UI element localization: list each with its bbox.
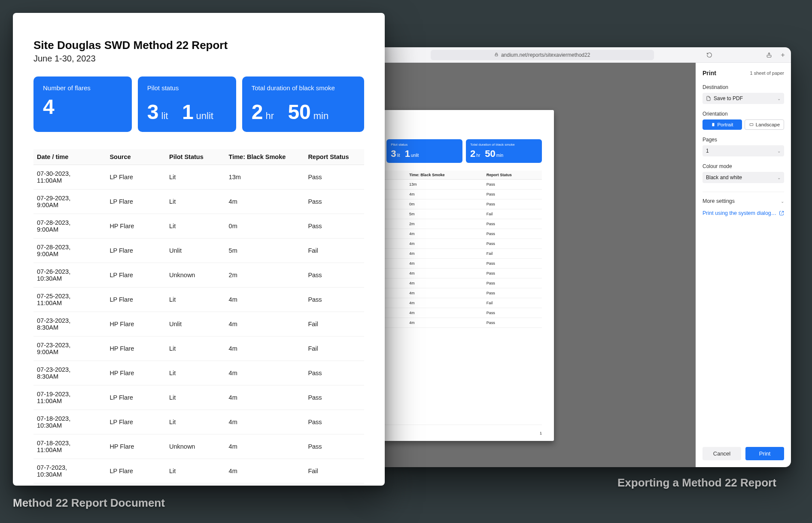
cell-pilot: Lit <box>166 165 225 190</box>
table-row: 07-7-2023,10:30AMLP FlareLit4mFail <box>33 459 364 483</box>
table-row: 07-28-2023,9:00AMLP FlareUnlit5mFail <box>33 239 364 263</box>
cell-status: Pass <box>304 361 364 385</box>
orientation-portrait-label: Portrait <box>717 122 733 127</box>
pv-smoke-min: 50 <box>485 148 495 159</box>
cell-status: Pass <box>304 410 364 434</box>
cell-status: Pass <box>485 239 542 249</box>
reload-icon[interactable] <box>706 51 713 59</box>
print-button[interactable]: Print <box>745 447 784 460</box>
preview-table: urce Pilot Status Time: Black Smoke Repo… <box>378 171 542 328</box>
cancel-button[interactable]: Cancel <box>703 447 741 460</box>
cell-smoke: 0m <box>408 199 485 209</box>
print-heading: Print <box>703 70 716 76</box>
cell-source: LP Flare <box>106 410 166 434</box>
stat-pilot-label: Pilot status <box>147 84 227 92</box>
pv-smoke-min-u: min <box>496 153 503 158</box>
cell-pilot: Lit <box>166 410 225 434</box>
cell-status: Pass <box>304 483 364 486</box>
pv-col-status: Report Status <box>485 171 542 180</box>
chevron-down-icon: ⌄ <box>777 149 781 153</box>
table-row: FlareLit4mPass <box>378 259 542 269</box>
pv-stat-pilot: Pilot status 3lit 1unlit <box>386 139 462 163</box>
more-settings[interactable]: More settings ⌄ <box>703 198 784 204</box>
col-pilot: Pilot Status <box>166 149 225 165</box>
report-title: Site Douglas SWD Method 22 Report <box>33 39 364 52</box>
cell-source: HP Flare <box>106 214 166 239</box>
cell-smoke: 4m <box>408 190 485 199</box>
stat-smoke: Total duration of black smoke 2 hr 50 mi… <box>242 76 364 132</box>
print-preview-area: Method 22 Report June 1-30, 2023 Pilot s… <box>378 63 696 467</box>
table-row: FlareLit4mFail <box>378 249 542 259</box>
preview-footer: od 22 Report 1 <box>378 425 542 441</box>
pages-select[interactable]: 1 ⌄ <box>703 145 784 156</box>
cell-smoke: 4m <box>408 269 485 278</box>
svg-rect-2 <box>712 123 715 126</box>
print-panel: Print 1 sheet of paper Destination Save … <box>696 63 791 467</box>
cell-pilot: Lit <box>166 361 225 385</box>
stat-smoke-hr-unit: hr <box>265 110 274 122</box>
destination-label: Destination <box>703 84 784 90</box>
orientation-label: Orientation <box>703 111 784 117</box>
table-row: 07-23-2023,8:30AMHP FlareUnlit4mFail <box>33 312 364 336</box>
table-row: FlareUnlit4mPass <box>378 308 542 318</box>
table-row: 07-29-2023,9:00AMLP FlareLit4mPass <box>33 190 364 214</box>
cell-smoke: 4m <box>408 259 485 269</box>
cell-smoke: 4m <box>408 308 485 318</box>
cell-datetime: 07-18-2023,10:30AM <box>33 410 106 434</box>
cell-pilot: Unknown <box>166 263 225 287</box>
stat-pilot-lit-value: 3 <box>147 102 159 122</box>
share-icon[interactable] <box>765 51 773 59</box>
orientation-landscape[interactable]: Landscape <box>745 119 784 130</box>
cell-pilot: Lit <box>166 483 225 486</box>
report-table: Date / time Source Pilot Status Time: Bl… <box>33 149 364 486</box>
cell-source: HP Flare <box>106 483 166 486</box>
pv-pilot-lit-u: lit <box>397 153 400 158</box>
cell-datetime: 07-23-2023,8:30AM <box>33 361 106 385</box>
pv-smoke-label: Total duration of black smoke <box>470 143 538 147</box>
cell-smoke: 4m <box>225 336 305 361</box>
cell-status: Pass <box>485 190 542 199</box>
cell-datetime: 07-3-2023,11:00AM <box>33 483 106 486</box>
system-dialog-label: Print using the system dialog… <box>703 210 776 216</box>
address-bar[interactable]: andium.net/reports/sitexaviermethod22 <box>431 50 654 60</box>
cell-smoke: 4m <box>408 298 485 308</box>
lock-icon <box>494 52 499 58</box>
destination-select[interactable]: Save to PDF ⌄ <box>703 93 784 104</box>
cell-datetime: 07-26-2023,10:30AM <box>33 263 106 287</box>
system-dialog-link[interactable]: Print using the system dialog… <box>703 210 784 216</box>
cell-smoke: 4m <box>225 361 305 385</box>
colour-select[interactable]: Black and white ⌄ <box>703 172 784 183</box>
caption-left: Method 22 Report Document <box>13 496 165 510</box>
cell-smoke: 4m <box>408 239 485 249</box>
cell-smoke: 2m <box>408 219 485 229</box>
orientation-portrait[interactable]: Portrait <box>703 119 742 130</box>
stat-pilot-lit-unit: lit <box>161 110 168 122</box>
orientation-landscape-label: Landscape <box>756 122 780 127</box>
cell-pilot: Unlit <box>166 312 225 336</box>
table-row: FlareLit0mPass <box>378 199 542 209</box>
table-row: FlareLit4mPass <box>378 318 542 328</box>
cell-pilot: Lit <box>166 190 225 214</box>
cell-smoke: 4m <box>225 483 305 486</box>
col-smoke: Time: Black Smoke <box>225 149 305 165</box>
cell-smoke: 4m <box>408 229 485 239</box>
stat-pilot: Pilot status 3 lit 1 unlit <box>138 76 236 132</box>
pages-value: 1 <box>706 148 709 154</box>
cell-source: LP Flare <box>106 263 166 287</box>
table-row: 07-19-2023,11:00AMLP FlareLit4mPass <box>33 385 364 410</box>
cell-status: Fail <box>304 336 364 361</box>
cell-source: LP Flare <box>106 287 166 312</box>
colour-label: Colour mode <box>703 163 784 169</box>
more-settings-label: More settings <box>703 198 735 204</box>
landscape-icon <box>749 122 754 127</box>
cell-status: Fail <box>485 249 542 259</box>
cell-status: Pass <box>485 318 542 328</box>
cell-status: Pass <box>304 287 364 312</box>
new-tab-icon[interactable] <box>779 51 787 59</box>
cell-smoke: 13m <box>225 165 305 190</box>
cell-pilot: Unlit <box>166 239 225 263</box>
cell-smoke: 5m <box>408 209 485 219</box>
table-row: FlareLit4mPass <box>378 278 542 288</box>
cell-smoke: 4m <box>225 190 305 214</box>
cell-source: LP Flare <box>106 165 166 190</box>
